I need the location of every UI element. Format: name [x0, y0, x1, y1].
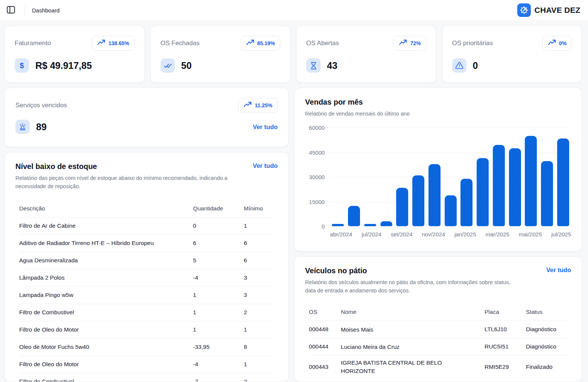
x-tick-label: jul/2024 — [362, 231, 381, 237]
x-tick-label — [352, 231, 362, 237]
bar-slot — [491, 128, 507, 226]
bar-jul/2025 — [557, 138, 569, 227]
bar-fev/2025 — [477, 158, 489, 226]
item-quantity: -7 — [193, 378, 244, 382]
bar-out/2024 — [412, 175, 424, 226]
breadcrumb: Dashboard — [32, 7, 59, 14]
x-tick-label: nov/2024 — [422, 231, 445, 237]
overdue-services-card: Serviços vencidos 11.25% — [5, 88, 289, 147]
overdue-trend-badge: 11.25% — [238, 98, 278, 113]
bar-slot — [394, 128, 410, 226]
item-description: Lâmpada 2 Polos — [19, 274, 193, 281]
trend-badge: 72% — [394, 36, 426, 51]
stat-label: Faturamento — [15, 40, 51, 47]
stat-card-os-abertas: OS Abertas72%43 — [296, 26, 436, 83]
table-row: Filtro de Combustivel-72 — [19, 373, 274, 382]
alert-triangle-icon — [452, 58, 466, 73]
stat-label: OS Abertas — [306, 40, 339, 47]
low-stock-subtitle: Relatório das peças com nível de estoque… — [15, 174, 236, 191]
table-row: Lampada Pingo w5w13 — [19, 286, 274, 304]
sidebar-panel-icon — [6, 5, 16, 16]
bar-slot — [362, 128, 378, 226]
low-stock-table-header: Descrição Quantidade Mínimo — [19, 200, 274, 217]
trending-up-icon — [548, 39, 556, 47]
bar-abr/2024 — [332, 224, 344, 226]
bar-mar/2025 — [493, 145, 505, 226]
vehicles-table-header: OS Nome Placa Status — [309, 303, 567, 321]
low-stock-title: Nível baixo de estoque — [15, 162, 236, 171]
item-quantity: -33,95 — [193, 344, 244, 350]
bar-jun/2024 — [348, 206, 360, 227]
table-row: Filtro de Oleo do Motor11 — [19, 321, 274, 338]
header-divider — [24, 5, 24, 15]
x-tick-label: set/2024 — [391, 231, 413, 237]
bar-slot — [475, 128, 491, 226]
column-minimo: Mínimo — [244, 205, 274, 212]
sales-bar-chart: 600004500030000150000 abr/2024jul/2024se… — [305, 128, 571, 237]
item-minimum: 8 — [244, 344, 274, 350]
chart-x-axis: abr/2024jul/2024set/2024nov/2024jan/2025… — [330, 231, 571, 237]
item-quantity: 1 — [193, 292, 244, 298]
vehicles-view-all-link[interactable]: Ver tudo — [546, 266, 571, 274]
item-description: Filtro de Oleo do Motor — [19, 361, 193, 368]
vehicle-status: Diagnóstico — [526, 343, 567, 350]
column-descricao: Descrição — [19, 205, 193, 212]
item-description: Filtro de Combustivel — [19, 309, 193, 316]
trending-up-icon — [246, 39, 254, 47]
x-tick-label — [509, 231, 519, 237]
item-description: Oleo de Motor Fuchs 5w40 — [19, 344, 193, 350]
table-row: 000444Luciano Meira da CruzRUC5I51Diagnó… — [309, 338, 567, 355]
sidebar-toggle-button[interactable] — [5, 5, 17, 16]
brand-logo: CHAVE DEZ — [517, 3, 581, 17]
bar-slot — [539, 128, 555, 226]
item-minimum: 1 — [244, 326, 274, 333]
table-row: Filtro de Ar de Cabine01 — [19, 217, 274, 234]
overdue-view-all-link[interactable]: Ver tudo — [253, 123, 278, 131]
y-tick-label: 45000 — [309, 149, 325, 155]
stat-value: R$ 49.917,85 — [35, 60, 92, 71]
low-stock-table: Descrição Quantidade Mínimo Filtro de Ar… — [15, 200, 278, 382]
item-quantity: 0 — [193, 222, 244, 229]
bar-jun/2025 — [541, 161, 553, 227]
trend-badge: 138.65% — [92, 36, 134, 51]
low-stock-view-all-link[interactable]: Ver tudo — [253, 162, 278, 169]
vehicles-title: Veículos no pátio — [305, 266, 516, 275]
vehicle-os: 000443 — [309, 364, 341, 370]
left-column: Serviços vencidos 11.25% — [5, 88, 289, 382]
column-status: Status — [526, 309, 567, 315]
item-quantity: -4 — [193, 274, 244, 281]
stat-label: OS Fechadas — [161, 40, 200, 47]
table-row: Oleo de Motor Fuchs 5w40-33,958 — [19, 338, 274, 356]
x-tick-label: abr/2024 — [330, 231, 352, 237]
vehicle-name: Moises Mais — [341, 323, 465, 337]
item-minimum: 3 — [244, 292, 274, 298]
item-minimum: 1 — [244, 222, 274, 229]
item-minimum: 2 — [244, 378, 274, 382]
overdue-value: 89 — [36, 122, 47, 132]
trend-badge: 0% — [542, 36, 572, 51]
item-description: Agua Desmineralizada — [19, 257, 193, 264]
siren-icon — [15, 120, 30, 134]
vehicle-status: Finalizado — [526, 364, 567, 370]
stat-card-os-fechadas: OS Fechadas85.19%50 — [150, 26, 291, 83]
item-minimum: 3 — [244, 274, 274, 281]
vehicles-subtitle: Relatório dos veículos atualmente no pát… — [305, 278, 516, 295]
item-minimum: 6 — [244, 240, 274, 247]
sales-chart-card: Vendas por mês Relatório de vendas mensa… — [294, 88, 582, 251]
x-tick-label: jul/2025 — [551, 231, 571, 237]
trend-value: 72% — [410, 40, 421, 46]
y-tick-label: 60000 — [309, 125, 325, 131]
item-minimum: 1 — [244, 361, 274, 368]
stat-value: 50 — [181, 60, 192, 71]
brand-name: CHAVE DEZ — [535, 6, 581, 15]
bar-abr/2025 — [509, 148, 521, 226]
bar-set/2024 — [396, 188, 408, 227]
table-row: Filtro de Combustivel12 — [19, 304, 274, 321]
vehicles-card: Veículos no pátio Relatório dos veículos… — [294, 256, 582, 382]
x-tick-label — [476, 231, 486, 237]
bar-slot — [507, 128, 523, 226]
trend-value: 0% — [559, 40, 567, 46]
item-minimum: 2 — [244, 309, 274, 316]
vehicle-name: IGREJA BATISTA CENTRAL DE BELO HORIZONTE — [341, 356, 465, 378]
bar-slot — [346, 128, 362, 226]
